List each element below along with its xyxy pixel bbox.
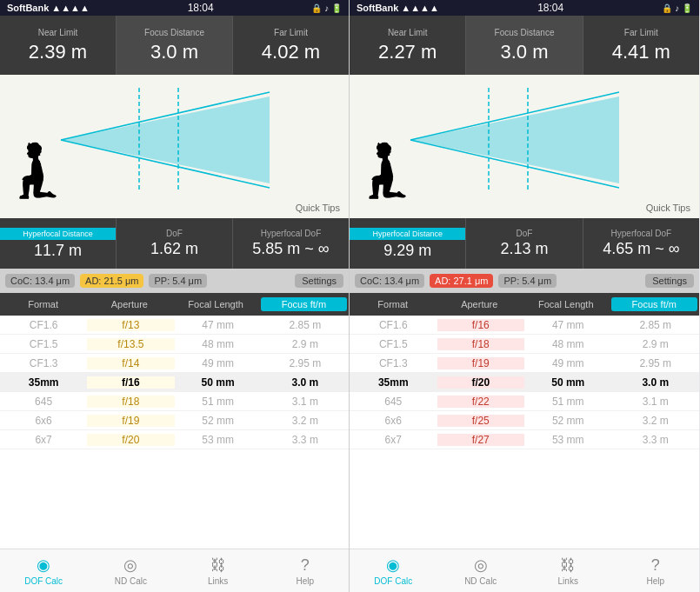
phone-left: SoftBank ▲▲▲▲ 18:04 🔒 ♪ 🔋 Near Limit 2.3… — [0, 0, 350, 592]
table-row[interactable]: CF1.3f/1949 mm2.95 m — [350, 354, 699, 373]
focus-cell: 2.85 m — [262, 319, 349, 331]
links-tab-icon: ⛓ — [210, 556, 226, 575]
focus-cell: 3.0 m — [262, 376, 349, 389]
status-bar: SoftBank ▲▲▲▲ 18:04 🔒 ♪ 🔋 — [350, 0, 699, 16]
dist-value: 3.0 m — [500, 41, 548, 63]
svg-marker-0 — [61, 96, 270, 183]
aperture-cell: f/20 — [87, 434, 174, 446]
table-row[interactable]: CF1.5f/13.548 mm2.9 m — [0, 335, 349, 354]
focus-distance-cell: Focus Distance 3.0 m — [117, 16, 233, 75]
coc-chip[interactable]: CoC: 13.4 μm — [355, 274, 424, 288]
table-row[interactable]: 35mmf/1650 mm3.0 m — [0, 373, 349, 392]
dof-calc-tab-label: DOF Calc — [24, 576, 63, 586]
format-header: Format — [350, 299, 437, 309]
focal-length-cell: 51 mm — [175, 396, 262, 408]
hyperfocal-dof-cell: Hyperfocal DoF 5.85 m ~ ∞ — [233, 218, 349, 269]
nd-calc-tab-label: ND Calc — [464, 576, 497, 586]
coc-chip[interactable]: CoC: 13.4 μm — [5, 274, 75, 288]
tab-bar: ◉DOF Calc◎ND Calc⛓Links?Help — [0, 549, 349, 592]
hyperfocal-row: Hyperfocal Distance 9.29 mDoF 2.13 mHype… — [350, 218, 699, 269]
focus-cell: 2.9 m — [262, 338, 349, 350]
ad-chip[interactable]: AD: 21.5 μm — [80, 274, 143, 288]
hyp-label: Hyperfocal Distance — [0, 228, 116, 240]
table-row[interactable]: 645f/2251 mm3.1 m — [350, 392, 699, 411]
dof-calc-tab[interactable]: ◉DOF Calc — [350, 555, 437, 586]
table-header: FormatApertureFocal LengthFocus ft/m — [350, 293, 699, 316]
pp-chip[interactable]: PP: 5.4 μm — [498, 274, 557, 288]
table-row[interactable]: 6x7f/2053 mm3.3 m — [0, 430, 349, 449]
dof-calc-tab[interactable]: ◉DOF Calc — [0, 555, 87, 586]
far-limit-cell: Far Limit 4.41 m — [583, 16, 699, 75]
quick-tips-label[interactable]: Quick Tips — [296, 203, 340, 213]
carrier-label: SoftBank ▲▲▲▲ — [7, 3, 90, 13]
table-row[interactable]: 6x6f/2552 mm3.2 m — [350, 411, 699, 430]
format-cell: 645 — [350, 396, 437, 408]
focal-length-cell: 52 mm — [524, 415, 612, 427]
help-tab-icon: ? — [301, 556, 310, 575]
hyp-value: 11.7 m — [34, 242, 82, 260]
dof-cell: DoF 2.13 m — [466, 218, 583, 269]
nd-calc-tab-label: ND Calc — [115, 576, 147, 586]
settings-button[interactable]: Settings — [295, 274, 343, 288]
hyperfocal-distance-cell: Hyperfocal Distance 9.29 m — [350, 218, 466, 269]
table-row[interactable]: CF1.6f/1647 mm2.85 m — [350, 316, 699, 335]
focal-length-cell: 53 mm — [524, 434, 612, 446]
dist-label: Far Limit — [274, 28, 308, 37]
table-row[interactable]: 35mmf/2050 mm3.0 m — [350, 373, 699, 392]
hyp-value: 9.29 m — [383, 242, 431, 260]
settings-button[interactable]: Settings — [645, 274, 694, 288]
aperture-cell: f/22 — [437, 396, 525, 408]
links-tab[interactable]: ⛓Links — [175, 556, 262, 586]
aperture-cell: f/25 — [437, 415, 525, 427]
format-cell: CF1.3 — [0, 357, 87, 369]
table-row[interactable]: CF1.3f/1449 mm2.95 m — [0, 354, 349, 373]
focus-header[interactable]: Focus ft/m — [261, 297, 347, 311]
table-row[interactable]: 645f/1851 mm3.1 m — [0, 392, 349, 411]
nd-calc-tab[interactable]: ◎ND Calc — [437, 555, 525, 586]
nd-calc-tab-icon: ◎ — [474, 555, 488, 575]
quick-tips-label[interactable]: Quick Tips — [646, 203, 690, 213]
hyp-label: Hyperfocal DoF — [611, 229, 671, 238]
far-limit-cell: Far Limit 4.02 m — [233, 16, 349, 75]
focus-cell: 3.3 m — [612, 434, 700, 446]
help-tab[interactable]: ?Help — [262, 556, 349, 586]
dof-cell: DoF 1.62 m — [117, 218, 233, 269]
help-tab[interactable]: ?Help — [612, 556, 700, 586]
aperture-cell: f/18 — [87, 396, 174, 408]
distance-header: Near Limit 2.39 mFocus Distance 3.0 mFar… — [0, 16, 349, 75]
table-row[interactable]: CF1.6f/1347 mm2.85 m — [0, 316, 349, 335]
table-row[interactable]: CF1.5f/1848 mm2.9 m — [350, 335, 699, 354]
dist-label: Focus Distance — [144, 28, 204, 37]
table-row[interactable]: 6x6f/1952 mm3.2 m — [0, 411, 349, 430]
focal-length-cell: 49 mm — [175, 357, 262, 369]
aperture-cell: f/27 — [437, 434, 525, 446]
format-header: Format — [0, 299, 86, 309]
ad-chip[interactable]: AD: 27.1 μm — [430, 274, 493, 288]
focus-distance-cell: Focus Distance 3.0 m — [466, 16, 583, 75]
hyp-value: 5.85 m ~ ∞ — [252, 240, 329, 258]
focus-cell: 2.85 m — [612, 319, 700, 331]
aperture-cell: f/19 — [437, 357, 525, 369]
hyperfocal-row: Hyperfocal Distance 11.7 mDoF 1.62 mHype… — [0, 218, 349, 269]
links-tab[interactable]: ⛓Links — [524, 556, 612, 586]
format-cell: CF1.5 — [350, 338, 437, 350]
format-cell: CF1.5 — [0, 338, 87, 350]
nd-calc-tab[interactable]: ◎ND Calc — [87, 555, 174, 586]
hyp-label: Hyperfocal DoF — [261, 229, 321, 238]
pp-chip[interactable]: PP: 5.4 μm — [149, 274, 207, 288]
table-body: CF1.6f/1347 mm2.85 mCF1.5f/13.548 mm2.9 … — [0, 316, 349, 549]
visualization-area: 🧎Quick Tips — [0, 75, 349, 218]
links-tab-label: Links — [208, 576, 228, 586]
table-row[interactable]: 6x7f/2753 mm3.3 m — [350, 430, 699, 449]
help-tab-label: Help — [646, 576, 664, 586]
format-cell: CF1.6 — [0, 319, 87, 331]
aperture-cell: f/13 — [87, 319, 174, 331]
focal-length-header: Focal Length — [173, 299, 259, 309]
focal-length-cell: 51 mm — [524, 396, 612, 408]
table-body: CF1.6f/1647 mm2.85 mCF1.5f/1848 mm2.9 mC… — [350, 316, 699, 549]
aperture-header: Aperture — [86, 299, 172, 309]
dist-value: 4.02 m — [262, 41, 320, 63]
focus-header[interactable]: Focus ft/m — [611, 297, 698, 311]
near-limit-cell: Near Limit 2.39 m — [0, 16, 117, 75]
hyp-label: DoF — [166, 229, 183, 238]
